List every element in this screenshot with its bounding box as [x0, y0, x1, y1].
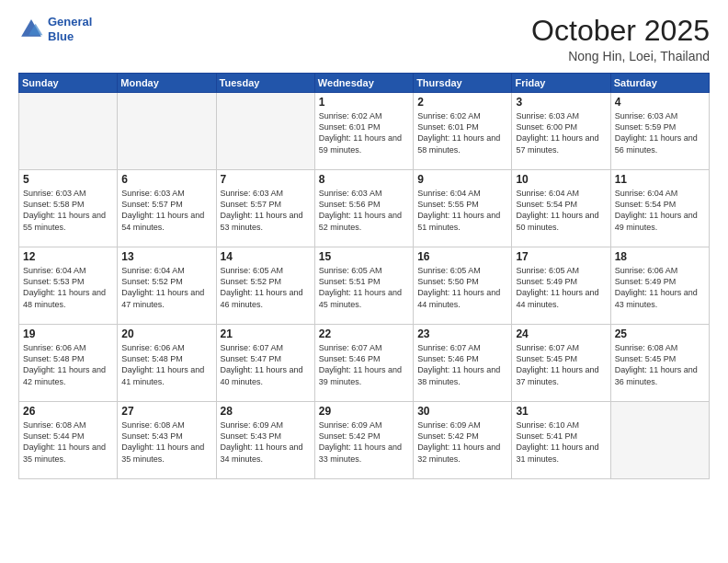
cell-info: Sunrise: 6:08 AMSunset: 5:45 PMDaylight:… [615, 343, 698, 385]
logo-line1: General [48, 15, 92, 29]
weekday-monday: Monday [118, 74, 216, 93]
week-row-1: 5Sunrise: 6:03 AMSunset: 5:58 PMDaylight… [19, 170, 710, 247]
logo-icon [18, 17, 44, 42]
cell-info: Sunrise: 6:03 AMSunset: 5:56 PMDaylight:… [319, 189, 402, 231]
calendar-cell: 24Sunrise: 6:07 AMSunset: 5:45 PMDayligh… [512, 325, 610, 402]
day-number: 20 [121, 327, 211, 340]
day-number: 3 [516, 96, 606, 109]
weekday-thursday: Thursday [414, 74, 512, 93]
calendar-cell: 11Sunrise: 6:04 AMSunset: 5:54 PMDayligh… [610, 170, 709, 247]
calendar-cell: 25Sunrise: 6:08 AMSunset: 5:45 PMDayligh… [610, 325, 709, 402]
calendar-cell: 14Sunrise: 6:05 AMSunset: 5:52 PMDayligh… [216, 247, 314, 325]
calendar-cell: 8Sunrise: 6:03 AMSunset: 5:56 PMDaylight… [314, 170, 413, 247]
day-number: 2 [417, 96, 507, 109]
cell-info: Sunrise: 6:04 AMSunset: 5:54 PMDaylight:… [516, 189, 598, 231]
calendar-cell: 5Sunrise: 6:03 AMSunset: 5:58 PMDaylight… [19, 170, 118, 247]
day-number: 27 [121, 405, 211, 418]
week-row-4: 26Sunrise: 6:08 AMSunset: 5:44 PMDayligh… [19, 402, 710, 479]
day-number: 23 [417, 327, 507, 340]
logo-text: General Blue [48, 15, 92, 43]
cell-info: Sunrise: 6:03 AMSunset: 5:57 PMDaylight:… [221, 189, 303, 231]
day-number: 7 [221, 173, 311, 186]
day-number: 26 [23, 405, 113, 418]
day-number: 8 [319, 173, 409, 186]
cell-info: Sunrise: 6:02 AMSunset: 6:01 PMDaylight:… [417, 111, 500, 154]
day-number: 31 [516, 405, 606, 418]
cell-info: Sunrise: 6:09 AMSunset: 5:42 PMDaylight:… [319, 420, 402, 463]
calendar-cell: 1Sunrise: 6:02 AMSunset: 6:01 PMDaylight… [314, 93, 413, 170]
logo: General Blue [18, 15, 92, 43]
day-number: 15 [319, 250, 409, 263]
cell-info: Sunrise: 6:02 AMSunset: 6:01 PMDaylight:… [319, 111, 402, 154]
calendar-cell: 21Sunrise: 6:07 AMSunset: 5:47 PMDayligh… [216, 325, 314, 402]
day-number: 11 [615, 173, 705, 186]
calendar-cell: 29Sunrise: 6:09 AMSunset: 5:42 PMDayligh… [314, 402, 413, 479]
day-number: 29 [319, 405, 409, 418]
month-title: October 2025 [531, 15, 710, 47]
day-number: 17 [516, 250, 606, 263]
calendar-cell: 9Sunrise: 6:04 AMSunset: 5:55 PMDaylight… [414, 170, 512, 247]
calendar-cell [19, 93, 118, 170]
calendar: SundayMondayTuesdayWednesdayThursdayFrid… [18, 73, 710, 479]
calendar-cell: 13Sunrise: 6:04 AMSunset: 5:52 PMDayligh… [118, 247, 216, 325]
calendar-cell [216, 93, 314, 170]
cell-info: Sunrise: 6:07 AMSunset: 5:45 PMDaylight:… [516, 343, 598, 385]
calendar-cell: 6Sunrise: 6:03 AMSunset: 5:57 PMDaylight… [118, 170, 216, 247]
cell-info: Sunrise: 6:06 AMSunset: 5:49 PMDaylight:… [615, 266, 698, 308]
cell-info: Sunrise: 6:07 AMSunset: 5:46 PMDaylight:… [319, 343, 402, 385]
day-number: 5 [23, 173, 113, 186]
calendar-cell: 22Sunrise: 6:07 AMSunset: 5:46 PMDayligh… [314, 325, 413, 402]
cell-info: Sunrise: 6:06 AMSunset: 5:48 PMDaylight:… [121, 343, 204, 385]
day-number: 14 [221, 250, 311, 263]
calendar-cell: 16Sunrise: 6:05 AMSunset: 5:50 PMDayligh… [414, 247, 512, 325]
calendar-cell: 20Sunrise: 6:06 AMSunset: 5:48 PMDayligh… [118, 325, 216, 402]
cell-info: Sunrise: 6:03 AMSunset: 5:58 PMDaylight:… [23, 189, 106, 231]
calendar-cell: 23Sunrise: 6:07 AMSunset: 5:46 PMDayligh… [414, 325, 512, 402]
weekday-saturday: Saturday [610, 74, 709, 93]
day-number: 21 [221, 327, 311, 340]
header: General Blue October 2025 Nong Hin, Loei… [18, 15, 710, 63]
day-number: 28 [221, 405, 311, 418]
cell-info: Sunrise: 6:03 AMSunset: 6:00 PMDaylight:… [516, 111, 598, 154]
calendar-cell: 10Sunrise: 6:04 AMSunset: 5:54 PMDayligh… [512, 170, 610, 247]
calendar-cell: 17Sunrise: 6:05 AMSunset: 5:49 PMDayligh… [512, 247, 610, 325]
cell-info: Sunrise: 6:05 AMSunset: 5:49 PMDaylight:… [516, 266, 598, 308]
calendar-cell: 15Sunrise: 6:05 AMSunset: 5:51 PMDayligh… [314, 247, 413, 325]
day-number: 30 [417, 405, 507, 418]
week-row-2: 12Sunrise: 6:04 AMSunset: 5:53 PMDayligh… [19, 247, 710, 325]
calendar-cell: 26Sunrise: 6:08 AMSunset: 5:44 PMDayligh… [19, 402, 118, 479]
logo-line2: Blue [48, 29, 74, 43]
calendar-cell: 30Sunrise: 6:09 AMSunset: 5:42 PMDayligh… [414, 402, 512, 479]
cell-info: Sunrise: 6:03 AMSunset: 5:59 PMDaylight:… [615, 111, 698, 154]
day-number: 22 [319, 327, 409, 340]
calendar-cell [610, 402, 709, 479]
calendar-cell: 2Sunrise: 6:02 AMSunset: 6:01 PMDaylight… [414, 93, 512, 170]
calendar-cell: 7Sunrise: 6:03 AMSunset: 5:57 PMDaylight… [216, 170, 314, 247]
cell-info: Sunrise: 6:05 AMSunset: 5:52 PMDaylight:… [221, 266, 303, 308]
day-number: 19 [23, 327, 113, 340]
weekday-tuesday: Tuesday [216, 74, 314, 93]
weekday-header-row: SundayMondayTuesdayWednesdayThursdayFrid… [19, 74, 710, 93]
cell-info: Sunrise: 6:04 AMSunset: 5:53 PMDaylight:… [23, 266, 106, 308]
calendar-cell: 31Sunrise: 6:10 AMSunset: 5:41 PMDayligh… [512, 402, 610, 479]
weekday-wednesday: Wednesday [314, 74, 413, 93]
day-number: 6 [121, 173, 211, 186]
cell-info: Sunrise: 6:04 AMSunset: 5:52 PMDaylight:… [121, 266, 204, 308]
cell-info: Sunrise: 6:10 AMSunset: 5:41 PMDaylight:… [516, 420, 598, 463]
cell-info: Sunrise: 6:09 AMSunset: 5:42 PMDaylight:… [417, 420, 500, 463]
cell-info: Sunrise: 6:05 AMSunset: 5:50 PMDaylight:… [417, 266, 500, 308]
day-number: 12 [23, 250, 113, 263]
cell-info: Sunrise: 6:08 AMSunset: 5:44 PMDaylight:… [23, 420, 106, 463]
calendar-cell: 12Sunrise: 6:04 AMSunset: 5:53 PMDayligh… [19, 247, 118, 325]
calendar-cell: 19Sunrise: 6:06 AMSunset: 5:48 PMDayligh… [19, 325, 118, 402]
day-number: 25 [615, 327, 705, 340]
day-number: 1 [319, 96, 409, 109]
week-row-3: 19Sunrise: 6:06 AMSunset: 5:48 PMDayligh… [19, 325, 710, 402]
cell-info: Sunrise: 6:07 AMSunset: 5:47 PMDaylight:… [221, 343, 303, 385]
day-number: 16 [417, 250, 507, 263]
calendar-cell: 28Sunrise: 6:09 AMSunset: 5:43 PMDayligh… [216, 402, 314, 479]
cell-info: Sunrise: 6:09 AMSunset: 5:43 PMDaylight:… [221, 420, 303, 463]
week-row-0: 1Sunrise: 6:02 AMSunset: 6:01 PMDaylight… [19, 93, 710, 170]
location-title: Nong Hin, Loei, Thailand [531, 49, 710, 63]
day-number: 9 [417, 173, 507, 186]
